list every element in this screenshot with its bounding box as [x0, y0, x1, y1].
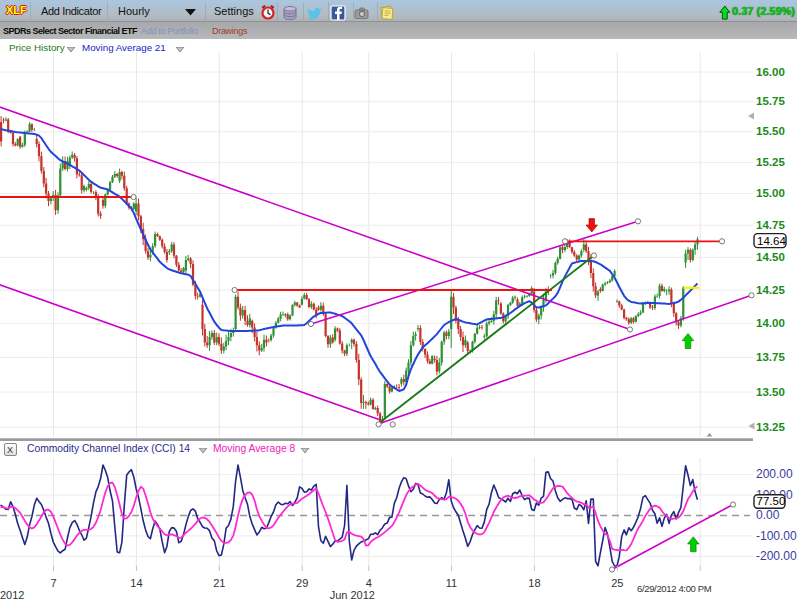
svg-text:6/29/2012 4:00 PM: 6/29/2012 4:00 PM — [637, 583, 712, 594]
svg-text:18: 18 — [528, 577, 540, 589]
svg-text:14.25: 14.25 — [756, 284, 785, 296]
svg-text:7: 7 — [50, 577, 56, 589]
svg-text:13.25: 13.25 — [756, 421, 785, 433]
svg-text:21: 21 — [213, 577, 225, 589]
svg-text:14.00: 14.00 — [756, 317, 785, 329]
svg-text:14.50: 14.50 — [756, 251, 785, 263]
svg-text:15.50: 15.50 — [756, 125, 785, 137]
svg-text:15.00: 15.00 — [756, 187, 785, 199]
svg-text:14: 14 — [130, 577, 142, 589]
svg-text:4: 4 — [366, 577, 372, 589]
svg-text:14.75: 14.75 — [756, 219, 785, 231]
svg-text:77.50: 77.50 — [757, 495, 786, 507]
svg-text:2012: 2012 — [0, 589, 24, 600]
svg-text:15.75: 15.75 — [756, 95, 785, 107]
svg-text:14.64: 14.64 — [757, 235, 786, 247]
svg-text:0.00: 0.00 — [756, 508, 780, 522]
svg-text:Jun 2012: Jun 2012 — [330, 589, 375, 600]
svg-text:13.75: 13.75 — [756, 351, 785, 363]
svg-text:13.50: 13.50 — [756, 386, 785, 398]
svg-text:29: 29 — [296, 577, 308, 589]
svg-text:16.00: 16.00 — [756, 66, 785, 78]
svg-text:25: 25 — [611, 577, 623, 589]
svg-text:-200.00: -200.00 — [756, 549, 797, 563]
svg-text:15.25: 15.25 — [756, 156, 785, 168]
svg-text:200.00: 200.00 — [756, 467, 793, 481]
svg-text:11: 11 — [446, 577, 457, 589]
svg-text:-100.00: -100.00 — [756, 529, 797, 543]
